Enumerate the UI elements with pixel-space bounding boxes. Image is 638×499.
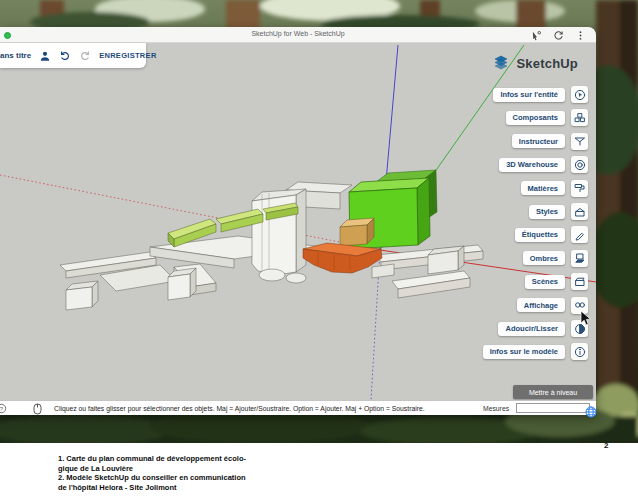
- caption-line: gique de La Louvière: [58, 464, 338, 474]
- shadows-icon: [574, 252, 586, 264]
- materials-button[interactable]: [571, 180, 588, 197]
- mouse-icon: [33, 403, 42, 414]
- panel-row: Matières: [521, 180, 588, 197]
- panel-tooltip-label: Adoucir/Lisser: [498, 322, 565, 336]
- styles-button[interactable]: [571, 203, 588, 220]
- components-button[interactable]: [571, 109, 588, 126]
- display-icon: [574, 299, 586, 311]
- model-info-button[interactable]: [571, 343, 588, 360]
- caption-line: 2. Modèle SketchUp du conseiller en comm…: [58, 473, 338, 483]
- styles-icon: [574, 206, 586, 218]
- right-panel: Infos sur l'entité Composants Instructeu…: [368, 43, 588, 373]
- tags-button[interactable]: [571, 226, 588, 243]
- model-info-icon: [574, 346, 586, 358]
- redo-icon[interactable]: [79, 50, 91, 62]
- reload-icon[interactable]: [553, 30, 564, 41]
- status-bar: ? Cliquez ou faites glisser pour sélecti…: [0, 400, 596, 415]
- panel-row: Étiquettes: [515, 226, 588, 243]
- panel-tooltip-label: Scènes: [525, 275, 565, 289]
- scenes-button[interactable]: [571, 273, 588, 290]
- panel-row: Composants: [506, 109, 588, 126]
- translate-icon[interactable]: [531, 30, 542, 41]
- panel-row: Ombres: [523, 250, 588, 267]
- caption: 1. Carte du plan communal de développeme…: [58, 454, 338, 492]
- panel-row: Instructeur: [512, 133, 588, 150]
- top-toolbar: ans titre ENREGISTRER: [0, 43, 146, 68]
- sketchup-app: ans titre ENREGISTRER SketchUp Infos sur…: [0, 43, 596, 415]
- tags-icon: [574, 229, 586, 241]
- scenes-icon: [574, 276, 586, 288]
- browser-window: SketchUp for Web - SketchUp: [0, 27, 596, 415]
- user-icon[interactable]: [39, 50, 51, 62]
- panel-tooltip-label: Ombres: [523, 251, 565, 265]
- panel-tooltip-label: Infos sur le modèle: [483, 345, 565, 359]
- panel-tooltip-label: Instructeur: [512, 134, 565, 148]
- caption-line: 1. Carte du plan communal de développeme…: [58, 454, 338, 464]
- panel-row: Adoucir/Lisser: [498, 320, 588, 337]
- components-icon: [574, 112, 586, 124]
- materials-icon: [574, 182, 586, 194]
- warehouse-3d-button[interactable]: [571, 156, 588, 173]
- panel-row: Infos sur le modèle: [483, 343, 588, 360]
- shadows-button[interactable]: [571, 250, 588, 267]
- page-number: 2: [604, 441, 608, 450]
- entity-info-button[interactable]: [571, 86, 588, 103]
- document-page: SketchUp for Web - SketchUp: [0, 0, 638, 499]
- panel-row: Scènes: [525, 273, 588, 290]
- menu-kebab-icon[interactable]: [575, 30, 586, 41]
- titlebar-icons: [531, 29, 586, 41]
- panel-row: 3D Warehouse: [499, 156, 588, 173]
- panel-tooltip-label: Matières: [521, 181, 565, 195]
- panel-row: Styles: [529, 203, 588, 220]
- warehouse-3d-icon: [574, 159, 586, 171]
- panel-row: Infos sur l'entité: [493, 86, 588, 103]
- upgrade-button[interactable]: Mettre à niveau: [513, 385, 593, 399]
- panel-tooltip-label: Infos sur l'entité: [493, 88, 565, 102]
- cursor-icon: [580, 311, 592, 326]
- panel-tooltip-label: Affichage: [517, 298, 565, 312]
- window-titlebar: SketchUp for Web - SketchUp: [0, 27, 596, 43]
- globe-button[interactable]: [585, 404, 597, 416]
- panel-row: Affichage: [517, 297, 588, 314]
- measures-input[interactable]: [516, 403, 590, 413]
- panel-tooltip-label: Composants: [506, 111, 565, 125]
- entity-info-icon: [574, 89, 586, 101]
- measures-label: Mesures: [483, 405, 509, 412]
- undo-icon[interactable]: [59, 50, 71, 62]
- window-title: SketchUp for Web - SketchUp: [0, 30, 596, 37]
- document-title[interactable]: ans titre: [0, 51, 31, 60]
- status-hint: Cliquez ou faites glisser pour sélection…: [54, 405, 425, 412]
- save-button[interactable]: ENREGISTRER: [99, 51, 156, 60]
- instructor-icon: [574, 135, 586, 147]
- panel-tooltip-label: Étiquettes: [515, 228, 565, 242]
- panel-tooltip-label: 3D Warehouse: [499, 158, 565, 172]
- caption-line: de l'hôpital Helora - Site Jolimont: [58, 483, 338, 493]
- instructor-button[interactable]: [571, 133, 588, 150]
- help-icon[interactable]: ?: [0, 403, 7, 414]
- panel-tooltip-label: Styles: [529, 205, 565, 219]
